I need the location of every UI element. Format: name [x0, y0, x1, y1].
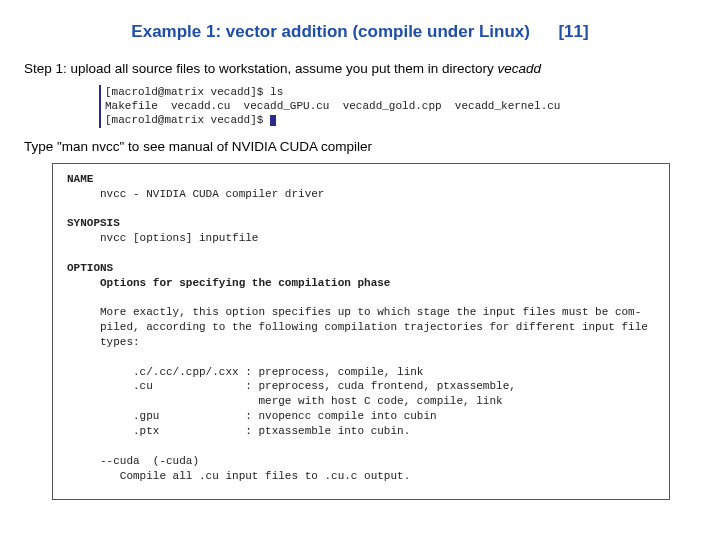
step2-text: Type "man nvcc" to see manual of NVIDIA … [24, 138, 696, 157]
man-tbl4: .gpu : nvopencc compile into cubin [67, 410, 437, 422]
title-row: Example 1: vector addition (compile unde… [24, 22, 696, 42]
step1-dir: vecadd [498, 61, 542, 76]
term-line2: Makefile vecadd.cu vecadd_GPU.cu vecadd_… [105, 100, 560, 112]
term-line3: [macrold@matrix vecadd]$ [105, 114, 270, 126]
man-tbl1: .c/.cc/.cpp/.cxx : preprocess, compile, … [67, 366, 423, 378]
step1-prefix: Step 1: upload all source files to works… [24, 61, 498, 76]
terminal-ls: [macrold@matrix vecadd]$ ls Makefile vec… [99, 85, 696, 128]
man-tbl5: .ptx : ptxassemble into cubin. [67, 425, 410, 437]
slide-number: [11] [558, 22, 588, 41]
man-more1: More exactly, this option specifies up t… [67, 306, 641, 318]
man-page-box: NAME nvcc - NVIDIA CUDA compiler driver … [52, 163, 670, 500]
man-name-line: nvcc - NVIDIA CUDA compiler driver [67, 188, 324, 200]
man-more3: types: [67, 336, 140, 348]
man-tbl2: .cu : preprocess, cuda frontend, ptxasse… [67, 380, 516, 392]
man-name-header: NAME [67, 173, 93, 185]
slide: Example 1: vector addition (compile unde… [0, 0, 720, 540]
man-cuda-h: --cuda (-cuda) [67, 455, 199, 467]
man-options-sub: Options for specifying the compilation p… [67, 277, 390, 289]
step1-text: Step 1: upload all source files to works… [24, 60, 696, 79]
cursor-icon [270, 115, 276, 126]
man-tbl3: merge with host C code, compile, link [67, 395, 503, 407]
slide-title: Example 1: vector addition (compile unde… [131, 22, 530, 41]
term-line1: [macrold@matrix vecadd]$ ls [105, 86, 283, 98]
man-more2: piled, according to the following compil… [67, 321, 648, 333]
man-cuda-l: Compile all .cu input files to .cu.c out… [67, 470, 410, 482]
man-synopsis-line: nvcc [options] inputfile [67, 232, 258, 244]
man-synopsis-header: SYNOPSIS [67, 217, 120, 229]
man-options-header: OPTIONS [67, 262, 113, 274]
